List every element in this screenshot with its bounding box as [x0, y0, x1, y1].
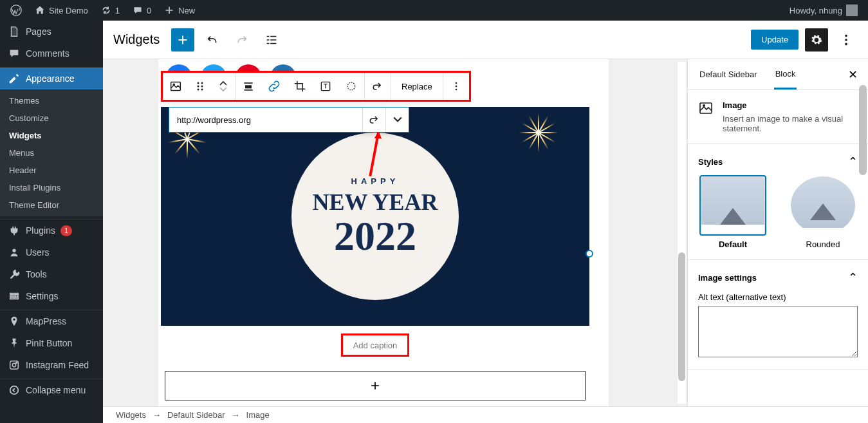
location-icon [8, 315, 21, 327]
submenu-customize[interactable]: Customize [0, 109, 103, 127]
sidebar-item-appearance[interactable]: Appearance [0, 68, 103, 89]
crop-button[interactable] [287, 71, 313, 102]
site-name-link[interactable]: Site Demo [30, 0, 93, 21]
admin-bar: Site Demo 1 0 New Howdy, nhung [0, 0, 868, 21]
svg-point-16 [173, 84, 174, 85]
block-more-button[interactable] [443, 71, 469, 102]
style-default[interactable]: Default [698, 176, 768, 249]
tab-block[interactable]: Block [774, 60, 797, 89]
undo-button[interactable] [201, 28, 224, 52]
comment-icon [133, 5, 143, 15]
editor-scrollbar[interactable] [676, 59, 687, 406]
replace-button[interactable]: Replace [391, 71, 443, 102]
align-button[interactable] [235, 71, 261, 102]
updates-count: 1 [115, 6, 120, 15]
style-default-label: Default [698, 240, 768, 249]
new-link[interactable]: New [159, 0, 200, 21]
svg-point-14 [845, 42, 847, 45]
svg-rect-23 [244, 82, 252, 84]
tools-icon [8, 268, 21, 280]
chevron-up-icon[interactable]: ⌃ [848, 270, 858, 285]
image-settings-panel: Image settings ⌃ Alt text (alternative t… [688, 260, 868, 370]
sidebar-item-comments[interactable]: Comments [0, 42, 103, 64]
svg-point-18 [201, 82, 203, 84]
submenu-menus[interactable]: Menus [0, 144, 103, 162]
svg-point-19 [198, 86, 199, 88]
plugin-icon [8, 225, 21, 236]
editor-canvas: Replace [103, 59, 687, 406]
block-type-button[interactable] [163, 71, 189, 102]
link-options-button[interactable] [385, 108, 409, 132]
comments-link[interactable]: 0 [127, 0, 156, 21]
wp-logo[interactable] [5, 0, 27, 21]
tab-default-sidebar[interactable]: Default Sidebar [698, 61, 759, 88]
submenu-install-plugins[interactable]: Install Plugins [0, 179, 103, 196]
move-buttons[interactable] [212, 71, 235, 102]
appearance-submenu: Themes Customize Widgets Menus Header In… [0, 89, 103, 216]
duotone-button[interactable] [338, 71, 364, 102]
more-options-button[interactable] [835, 28, 858, 52]
style-rounded-label: Rounded [788, 240, 858, 249]
updates-link[interactable]: 1 [96, 0, 125, 21]
redo-button[interactable] [230, 28, 254, 52]
list-view-button[interactable] [260, 28, 283, 52]
svg-point-17 [198, 82, 199, 84]
svg-point-27 [347, 82, 355, 90]
adminbar-right: Howdy, nhung [784, 0, 863, 21]
tools-label: Tools [26, 269, 47, 279]
mappress-label: MapPress [26, 316, 66, 326]
pages-icon [8, 26, 21, 37]
block-name: Image [723, 100, 858, 110]
site-name: Site Demo [49, 6, 88, 15]
sidebar-item-pinit[interactable]: PinIt Button [0, 332, 103, 354]
resize-handle-right[interactable] [586, 250, 593, 258]
link-submit-button[interactable] [362, 108, 385, 132]
caption-highlight: Add caption [341, 334, 410, 357]
submenu-header[interactable]: Header [0, 162, 103, 179]
link-button[interactable] [261, 71, 287, 102]
text-overlay-button[interactable] [313, 71, 338, 102]
append-block-button[interactable] [165, 371, 586, 400]
svg-rect-4 [10, 296, 16, 297]
scrollbar-thumb[interactable] [678, 252, 685, 381]
sidebar-item-settings[interactable]: Settings [0, 285, 103, 307]
caption-input[interactable]: Add caption [353, 341, 398, 350]
inspector-scrollbar[interactable] [859, 85, 867, 175]
howdy-text: Howdy, nhung [790, 6, 842, 15]
appearance-label: Appearance [26, 73, 75, 84]
user-menu[interactable]: Howdy, nhung [784, 0, 863, 21]
sidebar-item-tools[interactable]: Tools [0, 263, 103, 285]
update-button[interactable]: Update [751, 30, 799, 50]
sidebar-item-mappress[interactable]: MapPress [0, 310, 103, 332]
svg-rect-3 [14, 294, 18, 295]
happy-text: HAPPY [351, 176, 400, 186]
submenu-widgets[interactable]: Widgets [0, 127, 103, 144]
drag-handle[interactable] [189, 71, 212, 102]
alt-text-input[interactable] [698, 306, 858, 357]
crumb-widgets[interactable]: Widgets [116, 410, 146, 420]
newyear-text: NEW YEAR [312, 189, 438, 216]
sidebar-item-pages[interactable]: Pages [0, 21, 103, 42]
link-url-input[interactable] [169, 108, 362, 132]
add-block-button[interactable] [171, 28, 194, 52]
submenu-theme-editor[interactable]: Theme Editor [0, 196, 103, 214]
image-block[interactable]: HAPPY NEW YEAR 2022 Add caption [161, 107, 589, 400]
collapse-menu[interactable]: Collapse menu [0, 379, 103, 401]
style-rounded[interactable]: Rounded [788, 176, 858, 249]
block-desc: Insert an image to make a visual stateme… [723, 114, 858, 133]
submenu-themes[interactable]: Themes [0, 92, 103, 109]
chevron-up-icon[interactable]: ⌃ [848, 155, 858, 169]
users-label: Users [26, 247, 50, 258]
sidebar-item-plugins[interactable]: Plugins1 [0, 220, 103, 241]
inspector-close-button[interactable]: ✕ [848, 68, 858, 82]
editor-topbar: Widgets Update [103, 21, 868, 59]
crumb-image[interactable]: Image [246, 410, 270, 420]
svg-point-30 [455, 89, 457, 91]
crumb-sidebar[interactable]: Default Sidebar [167, 410, 225, 420]
image-text-circle: HAPPY NEW YEAR 2022 [291, 133, 459, 300]
sidebar-item-users[interactable]: Users [0, 241, 103, 263]
apply-link-button[interactable] [365, 71, 391, 102]
sidebar-item-instagram[interactable]: Instagram Feed [0, 354, 103, 376]
settings-toggle-button[interactable] [805, 28, 828, 52]
block-inspector: Default Sidebar Block ✕ Image Insert an … [687, 59, 868, 406]
